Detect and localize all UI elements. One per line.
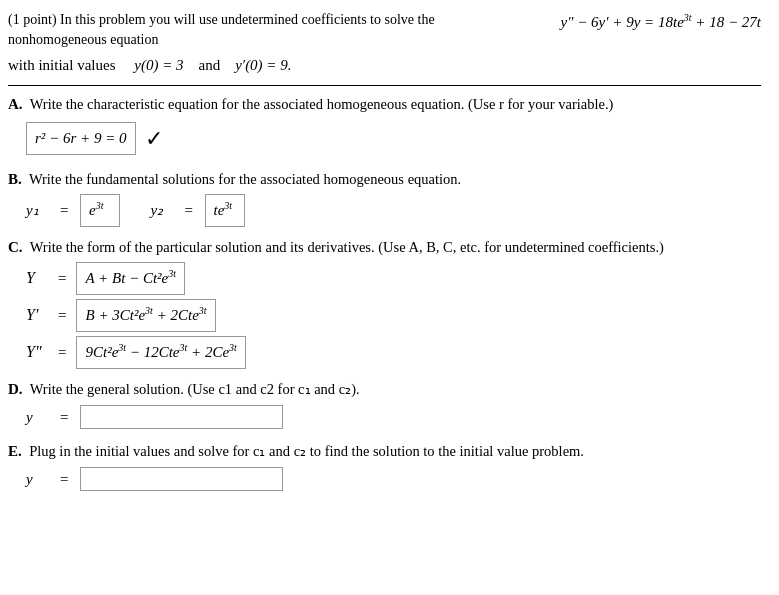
problem-header: (1 point) In this problem you will use u… (8, 10, 761, 49)
Ypp-label: Y″ (26, 338, 48, 367)
y1-box: e3t (80, 194, 120, 227)
section-e-content: y = (26, 466, 761, 493)
y1-row: y₁ = e3t y₂ = te3t (26, 194, 761, 227)
char-eq-box: r² − 6r + 9 = 0 (26, 122, 136, 155)
divider (8, 85, 761, 86)
section-a: A. Write the characteristic equation for… (8, 96, 761, 159)
section-c-content: Y = A + Bt − Ct²e3t Y′ = B + 3Ct²e3t + 2… (26, 262, 761, 369)
section-d-label: D. Write the general solution. (Use c1 a… (8, 381, 761, 398)
d-y-row: y = (26, 404, 761, 431)
Y-box: A + Bt − Ct²e3t (76, 262, 185, 295)
Ypp-row: Y″ = 9Ct²e3t − 12Cte3t + 2Ce3t (26, 336, 761, 369)
section-c: C. Write the form of the particular solu… (8, 239, 761, 369)
initial-values-line: with initial values y(0) = 3 and y′(0) =… (8, 53, 761, 77)
section-d: D. Write the general solution. (Use c1 a… (8, 381, 761, 431)
e-y-input[interactable] (80, 467, 283, 491)
section-a-label: A. Write the characteristic equation for… (8, 96, 761, 113)
main-equation: y″ − 6y′ + 9y = 18te3t + 18 − 27t (561, 10, 761, 34)
section-b-content: y₁ = e3t y₂ = te3t (26, 194, 761, 227)
y2-label: y₂ (151, 197, 181, 224)
section-b-label: B. Write the fundamental solutions for t… (8, 171, 761, 188)
Ypp-box: 9Ct²e3t − 12Cte3t + 2Ce3t (76, 336, 245, 369)
Yp-row: Y′ = B + 3Ct²e3t + 2Cte3t (26, 299, 761, 332)
Yp-box: B + 3Ct²e3t + 2Cte3t (76, 299, 215, 332)
d-y-input[interactable] (80, 405, 283, 429)
Y-row: Y = A + Bt − Ct²e3t (26, 262, 761, 295)
e-y-label: y (26, 466, 56, 493)
Y-label: Y (26, 264, 48, 293)
section-e-label: E. Plug in the initial values and solve … (8, 443, 761, 460)
section-d-content: y = (26, 404, 761, 431)
checkmark-icon: ✓ (145, 126, 163, 151)
section-e: E. Plug in the initial values and solve … (8, 443, 761, 493)
intro-text: (1 point) In this problem you will use u… (8, 10, 488, 49)
section-b: B. Write the fundamental solutions for t… (8, 171, 761, 227)
e-y-row: y = (26, 466, 761, 493)
section-c-label: C. Write the form of the particular solu… (8, 239, 761, 256)
Yp-label: Y′ (26, 301, 48, 330)
y1-label: y₁ (26, 197, 56, 224)
y2-box: te3t (205, 194, 245, 227)
section-a-content: r² − 6r + 9 = 0 ✓ (26, 119, 761, 159)
d-y-label: y (26, 404, 56, 431)
